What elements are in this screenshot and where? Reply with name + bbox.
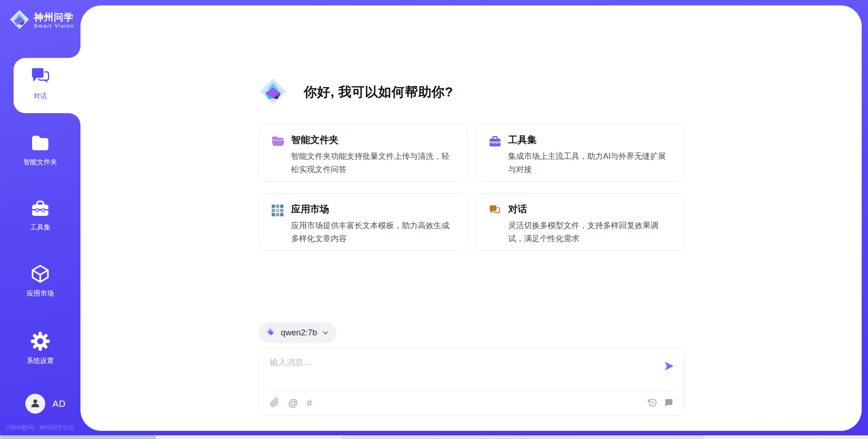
topic-button[interactable]: #	[307, 398, 312, 408]
model-name: qwen2:7b	[281, 328, 317, 338]
user-label: AD	[52, 399, 66, 409]
main-panel: 你好, 我可以如何帮助你? 智能文件夹 智能文件夹功能支持批量文件上传与清洗，轻…	[80, 5, 862, 431]
greeting-row: 你好, 我可以如何帮助你?	[259, 77, 453, 108]
sidebar-item-label: 智能文件夹	[0, 158, 80, 167]
sidebar-item-label: 对话	[0, 92, 80, 100]
model-selector[interactable]: qwen2:7b	[259, 322, 336, 343]
card-title: 对话	[508, 203, 527, 215]
cube-icon	[30, 277, 50, 285]
card-title: 应用市场	[291, 203, 329, 215]
sidebar-item-smart-folder[interactable]: 智能文件夹	[0, 134, 80, 167]
horizontal-scrollbar	[0, 435, 868, 439]
composer-toolbar: @ #	[270, 394, 674, 413]
history-button[interactable]	[648, 398, 657, 409]
person-icon	[29, 397, 41, 410]
sidebar-item-app-market[interactable]: 应用市场	[0, 264, 80, 298]
card-description: 应用市场提供丰富长文本模板，助力高效生成多样化文章内容	[291, 219, 455, 245]
paperclip-icon	[270, 398, 279, 409]
hash-icon: #	[307, 398, 312, 408]
scrollbar-segment	[342, 435, 704, 439]
sidebar-item-label: 应用市场	[0, 289, 80, 298]
message-square-icon	[664, 398, 674, 409]
brand-name: 神州问学	[34, 12, 74, 22]
folder-open-icon	[271, 135, 285, 148]
send-icon	[663, 367, 675, 373]
sidebar-item-label: 工具集	[0, 223, 80, 232]
assistant-diamond-icon	[259, 77, 288, 108]
at-icon: @	[288, 398, 298, 408]
grid-icon	[271, 204, 285, 217]
toolbox-icon	[488, 135, 502, 148]
toolbox-icon	[30, 211, 50, 219]
feature-cards: 智能文件夹 智能文件夹功能支持批量文件上传与清洗，轻松实现文件问答 工具集 集成…	[259, 124, 684, 251]
chevron-down-icon	[322, 329, 329, 336]
chat-icon	[30, 80, 50, 87]
card-description: 集成市场上主流工具，助力AI与外界无缝扩展与对接	[508, 150, 672, 176]
card-description: 灵活切换多模型文件，支持多样回复效果调试，满足个性化需求	[508, 219, 672, 245]
brand-diamond-icon	[9, 9, 30, 32]
message-input[interactable]	[270, 357, 650, 385]
sidebar-item-toolset[interactable]: 工具集	[0, 199, 80, 232]
copyright-text: ©神州数码 · 神州问学出品	[0, 424, 80, 432]
user-account[interactable]: AD	[25, 394, 66, 414]
message-composer: @ #	[259, 348, 685, 416]
card-title: 智能文件夹	[291, 134, 339, 146]
card-description: 智能文件夹功能支持批量文件上传与清洗，轻松实现文件问答	[291, 150, 455, 176]
card-app-market[interactable]: 应用市场 应用市场提供丰富长文本模板，助力高效生成多样化文章内容	[259, 193, 467, 251]
card-smart-folder[interactable]: 智能文件夹 智能文件夹功能支持批量文件上传与清洗，轻松实现文件问答	[259, 124, 467, 181]
sidebar-item-settings[interactable]: 系统设置	[0, 332, 80, 365]
sidebar-item-chat[interactable]: 对话	[0, 66, 80, 100]
history-icon	[648, 398, 657, 409]
mention-button[interactable]: @	[288, 398, 298, 408]
attach-button[interactable]	[270, 398, 279, 409]
folder-icon	[30, 146, 50, 153]
composer-divider	[266, 391, 677, 392]
send-button[interactable]	[663, 360, 675, 372]
scrollbar-thumb[interactable]	[0, 435, 156, 439]
brand-subtitle: Smart Vision	[34, 23, 74, 29]
conversations-button[interactable]	[664, 398, 674, 409]
gear-icon	[31, 344, 50, 352]
card-toolset[interactable]: 工具集 集成市场上主流工具，助力AI与外界无缝扩展与对接	[476, 124, 684, 181]
greeting-text: 你好, 我可以如何帮助你?	[304, 83, 453, 101]
sidebar: 神州问学 Smart Vision 对话 智能文件夹	[0, 0, 80, 439]
brand-logo: 神州问学 Smart Vision	[9, 9, 74, 32]
model-diamond-icon	[265, 326, 276, 339]
avatar	[25, 394, 45, 414]
chat-icon	[488, 204, 502, 217]
card-chat[interactable]: 对话 灵活切换多模型文件，支持多样回复效果调试，满足个性化需求	[476, 193, 684, 251]
sidebar-item-label: 系统设置	[0, 357, 80, 365]
card-title: 工具集	[508, 134, 537, 146]
